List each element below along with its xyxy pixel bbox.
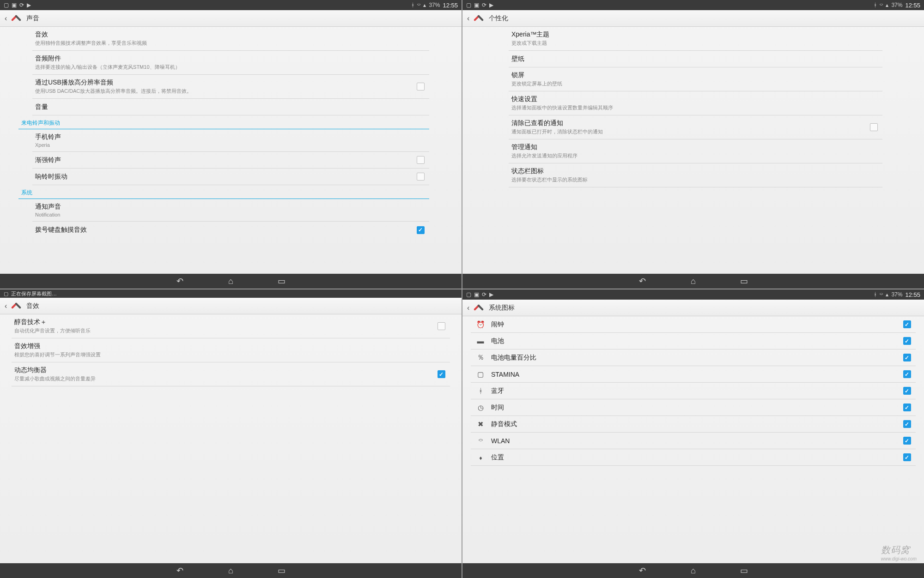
- checkbox-silent[interactable]: [903, 420, 911, 428]
- nav-back-icon[interactable]: ↶: [173, 566, 187, 576]
- percent-icon: ％: [474, 353, 487, 362]
- row-clearaudio[interactable]: 醇音技术＋自动优化声音设置，方便倾听音乐: [12, 314, 450, 338]
- row-dynamic-normalizer[interactable]: 动态均衡器尽量减小歌曲或视频之间的音量差异: [12, 362, 450, 386]
- nav-bar: ↶ ⌂ ▭: [462, 563, 924, 578]
- nav-home-icon[interactable]: ⌂: [224, 566, 238, 576]
- checkbox-ascending[interactable]: [417, 156, 425, 164]
- row-notification-sound[interactable]: 通知声音Notification: [32, 199, 429, 222]
- settings-icon: [12, 13, 22, 24]
- nav-recent-icon[interactable]: ▭: [737, 566, 751, 576]
- row-wallpaper[interactable]: 壁纸: [509, 51, 882, 67]
- checkbox-battery-pct[interactable]: [903, 354, 911, 361]
- orientation-icon: ⟳: [19, 2, 24, 8]
- orientation-icon: ⟳: [482, 291, 486, 298]
- back-icon[interactable]: ‹: [467, 14, 469, 23]
- gallery-icon: ▣: [12, 2, 17, 8]
- settings-icon: [12, 301, 22, 311]
- nav-bar: ↶ ⌂ ▭: [0, 274, 462, 289]
- row-battery-pct[interactable]: ％电池电量百分比: [471, 349, 916, 366]
- row-audio-accessories[interactable]: 音频附件选择要连接的输入/输出设备（立体声麦克风STM10、降噪耳机）: [32, 51, 429, 75]
- row-sound-effects[interactable]: 音效使用独特音频技术调整声音效果，享受音乐和视频: [32, 27, 429, 51]
- bluetooth-icon: ᚼ: [874, 291, 877, 298]
- nav-back-icon[interactable]: ↶: [636, 566, 650, 576]
- silent-icon: ✖: [474, 420, 487, 428]
- checkbox-clearaudio[interactable]: [438, 322, 445, 330]
- row-manage-notifications[interactable]: 管理通知选择允许发送通知的应用程序: [509, 139, 882, 163]
- checkbox-wlan[interactable]: [903, 437, 911, 445]
- settings-icon: [474, 303, 484, 313]
- clock-icon: ◷: [474, 403, 487, 412]
- clock: 12:55: [905, 291, 920, 298]
- row-battery[interactable]: ▬电池: [471, 333, 916, 349]
- checkbox-location[interactable]: [903, 453, 911, 461]
- checkbox-clear-notif[interactable]: [870, 123, 878, 131]
- nav-home-icon[interactable]: ⌂: [687, 566, 700, 576]
- header-bar[interactable]: ‹ 系统图标: [462, 300, 924, 316]
- nav-recent-icon[interactable]: ▭: [737, 276, 751, 286]
- page-title: 音效: [26, 302, 39, 310]
- screenshot-icon: ▢: [4, 2, 9, 8]
- nav-recent-icon[interactable]: ▭: [275, 276, 289, 286]
- row-lockscreen[interactable]: 锁屏更改锁定屏幕上的壁纸: [509, 67, 882, 91]
- clock: 12:55: [905, 2, 920, 9]
- nav-recent-icon[interactable]: ▭: [275, 566, 289, 576]
- nav-bar: ↶ ⌂ ▭: [462, 274, 924, 289]
- row-xperia-theme[interactable]: Xperia™主题更改或下载主题: [509, 27, 882, 51]
- row-wlan[interactable]: ⌔WLAN: [471, 433, 916, 449]
- row-alarm[interactable]: ⏰闹钟: [471, 316, 916, 333]
- row-stamina[interactable]: ▢STAMINA: [471, 366, 916, 383]
- screenshot-icon: ▢: [466, 291, 471, 298]
- checkbox-time[interactable]: [903, 403, 911, 411]
- screenshot-icon: ▢: [4, 291, 8, 297]
- location-icon: ⬧: [474, 453, 487, 461]
- pane-sound: ▢▣⟳▶ ᚼ⌔▴37%12:55 ‹ 声音 音效使用独特音频技术调整声音效果，享…: [0, 0, 462, 289]
- checkbox-stamina[interactable]: [903, 370, 911, 378]
- nav-home-icon[interactable]: ⌂: [687, 277, 700, 286]
- wifi-icon: ⌔: [474, 437, 487, 445]
- row-ascending-ringtone[interactable]: 渐强铃声: [32, 152, 429, 169]
- row-dialpad-touch[interactable]: 拨号键盘触摸音效: [32, 222, 429, 238]
- back-icon[interactable]: ‹: [467, 304, 469, 312]
- row-volume[interactable]: 音量: [32, 99, 429, 115]
- battery-icon: 37%: [429, 2, 440, 8]
- checkbox-bluetooth[interactable]: [903, 387, 911, 395]
- row-clear-notifications[interactable]: 清除已查看的通知通知面板已打开时，清除状态栏中的通知: [509, 115, 882, 139]
- nav-back-icon[interactable]: ↶: [636, 276, 650, 286]
- bluetooth-icon: ᚼ: [874, 2, 877, 8]
- battery-icon: 37%: [891, 291, 902, 298]
- header-bar[interactable]: ‹ 音效: [0, 298, 462, 314]
- checkbox-usb-hires[interactable]: [417, 83, 425, 90]
- header-bar[interactable]: ‹ 声音: [0, 10, 462, 27]
- row-bluetooth[interactable]: ᚼ蓝牙: [471, 383, 916, 399]
- settings-icon: [474, 13, 484, 24]
- header-bar[interactable]: ‹ 个性化: [462, 10, 924, 27]
- checkbox-alarm[interactable]: [903, 320, 911, 328]
- row-sound-enhance[interactable]: 音效增强根据您的喜好调节一系列声音增强设置: [12, 338, 450, 362]
- checkbox-dynamic[interactable]: [438, 370, 445, 378]
- clock: 12:55: [443, 2, 458, 9]
- pane-sound-effects: ▢正在保存屏幕截图… ‹ 音效 醇音技术＋自动优化声音设置，方便倾听音乐 音效增…: [0, 289, 462, 578]
- signal-icon: ▴: [423, 2, 426, 8]
- gallery-icon: ▣: [474, 291, 479, 298]
- screenshot-icon: ▢: [466, 2, 471, 8]
- checkbox-vibrate[interactable]: [417, 173, 425, 181]
- row-usb-hires[interactable]: 通过USB播放高分辨率音频使用USB DAC/DAC放大器播放高分辨率音频。连接…: [32, 75, 429, 99]
- row-statusbar-icons[interactable]: 状态栏图标选择要在状态栏中显示的系统图标: [509, 163, 882, 187]
- row-quick-settings[interactable]: 快速设置选择通知面板中的快速设置数量并编辑其顺序: [509, 91, 882, 115]
- nav-back-icon[interactable]: ↶: [173, 276, 187, 286]
- row-time[interactable]: ◷时间: [471, 399, 916, 416]
- checkbox-battery[interactable]: [903, 337, 911, 345]
- battery-icon: 37%: [891, 2, 902, 8]
- checkbox-dialpad[interactable]: [417, 226, 425, 234]
- back-icon[interactable]: ‹: [5, 14, 7, 23]
- row-phone-ringtone[interactable]: 手机铃声Xperia: [32, 129, 429, 152]
- nav-home-icon[interactable]: ⌂: [224, 277, 238, 286]
- screenshot-banner: ▢正在保存屏幕截图…: [0, 289, 462, 298]
- row-vibrate-on-ring[interactable]: 响铃时振动: [32, 169, 429, 185]
- row-silent[interactable]: ✖静音模式: [471, 416, 916, 433]
- wifi-icon: ⌔: [880, 2, 883, 8]
- row-location[interactable]: ⬧位置: [471, 449, 916, 466]
- status-bar: ▢▣⟳▶ ᚼ⌔▴37%12:55: [0, 0, 462, 10]
- category-ringtone: 来电铃声和振动: [18, 115, 429, 129]
- back-icon[interactable]: ‹: [5, 302, 7, 310]
